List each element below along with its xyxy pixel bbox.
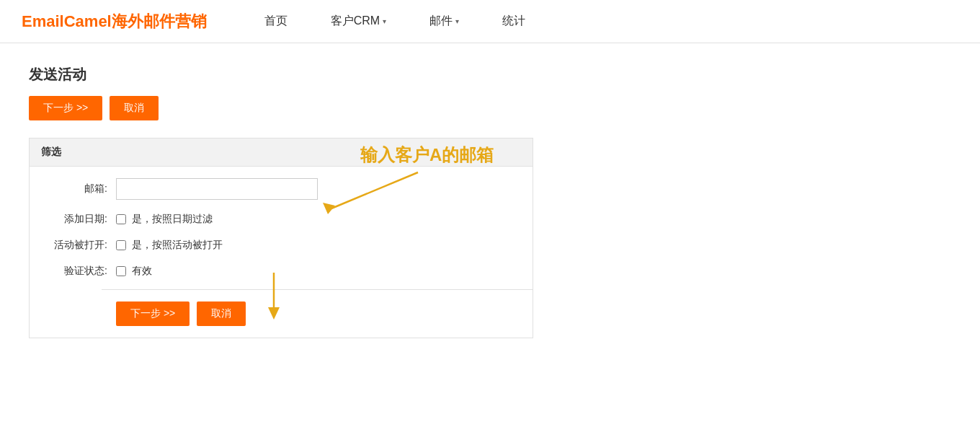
page-title: 发送活动 — [29, 65, 836, 84]
filter-section-wrapper: 筛选 邮箱: 添加日期: 是，按照日期过滤 活动被打开: — [29, 138, 533, 338]
filter-row-date: 添加日期: 是，按照日期过滤 — [44, 213, 518, 226]
top-buttons: 下一步 >> 取消 — [29, 96, 836, 120]
chevron-down-icon: ▾ — [383, 17, 386, 25]
filter-row-verify: 验证状态: 有效 — [44, 265, 518, 278]
filter-label-date: 添加日期: — [44, 213, 116, 226]
filter-row-email: 邮箱: — [44, 178, 518, 200]
verify-checkbox[interactable] — [116, 266, 126, 276]
bottom-cancel-button[interactable]: 取消 — [197, 301, 246, 326]
nav-label-mail: 邮件 — [429, 14, 453, 29]
nav-label-stats: 统计 — [502, 14, 525, 29]
bottom-next-button[interactable]: 下一步 >> — [116, 301, 190, 326]
filter-row-opened: 活动被打开: 是，按照活动被打开 — [44, 239, 518, 252]
bottom-buttons: 下一步 >> 取消 — [102, 289, 533, 338]
opened-checkbox-text: 是，按照活动被打开 — [132, 239, 223, 252]
nav: 首页 客户CRM ▾ 邮件 ▾ 统计 — [264, 14, 525, 29]
filter-header: 筛选 — [30, 138, 533, 167]
nav-label-home: 首页 — [264, 14, 288, 29]
top-next-button[interactable]: 下一步 >> — [29, 96, 102, 120]
nav-item-stats[interactable]: 统计 — [502, 14, 525, 29]
filter-body: 邮箱: 添加日期: 是，按照日期过滤 活动被打开: 是，按照 — [30, 167, 533, 289]
filter-label-email: 邮箱: — [44, 182, 116, 195]
opened-checkbox[interactable] — [116, 240, 126, 250]
nav-item-mail[interactable]: 邮件 ▾ — [429, 14, 459, 29]
date-checkbox-text: 是，按照日期过滤 — [132, 213, 213, 226]
email-input[interactable] — [116, 178, 318, 200]
nav-label-crm: 客户CRM — [331, 14, 380, 29]
verify-checkbox-label[interactable]: 有效 — [116, 265, 152, 278]
chevron-down-icon: ▾ — [455, 17, 459, 25]
verify-checkbox-text: 有效 — [132, 265, 152, 278]
logo: EmailCamel海外邮件营销 — [22, 11, 207, 32]
header: EmailCamel海外邮件营销 首页 客户CRM ▾ 邮件 ▾ 统计 — [0, 0, 980, 43]
filter-label-opened: 活动被打开: — [44, 239, 116, 252]
main-content: 发送活动 下一步 >> 取消 筛选 邮箱: 添加日期: 是，按照日期过滤 — [0, 43, 865, 360]
opened-checkbox-label[interactable]: 是，按照活动被打开 — [116, 239, 223, 252]
nav-item-home[interactable]: 首页 — [264, 14, 288, 29]
top-cancel-button[interactable]: 取消 — [110, 96, 159, 120]
filter-section: 筛选 邮箱: 添加日期: 是，按照日期过滤 活动被打开: — [29, 138, 533, 338]
filter-label-verify: 验证状态: — [44, 265, 116, 278]
date-checkbox-label[interactable]: 是，按照日期过滤 — [116, 213, 213, 226]
date-checkbox[interactable] — [116, 214, 126, 224]
nav-item-crm[interactable]: 客户CRM ▾ — [331, 14, 386, 29]
